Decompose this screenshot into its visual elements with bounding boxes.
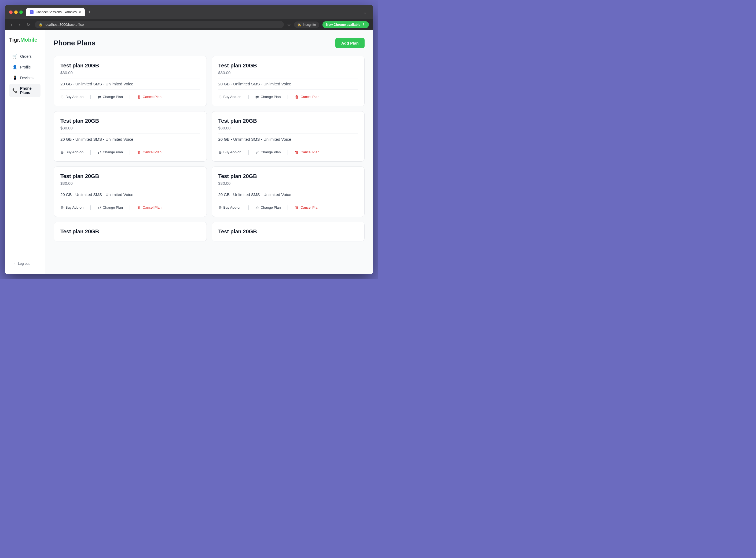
page-title: Phone Plans [54, 39, 96, 47]
logo: Tigr.Mobile [9, 37, 40, 43]
close-window-button[interactable] [9, 10, 12, 14]
plan-actions-4: ⊕ Buy Add-on | ⇄ Change Plan | 🗑 Cancel … [218, 148, 358, 155]
incognito-label: Incognito [303, 23, 316, 27]
tab-title: Connect Sessions Examples [36, 10, 77, 14]
cancel-plan-button-6[interactable]: 🗑 Cancel Plan [295, 205, 319, 210]
change-icon: ⇄ [255, 150, 259, 155]
buy-addon-button-2[interactable]: ⊕ Buy Add-on [218, 95, 241, 99]
plan-price-3: $30.00 [60, 126, 200, 130]
trash-icon: 🗑 [137, 95, 141, 99]
add-circle-icon: ⊕ [60, 205, 64, 210]
orders-label: Orders [20, 54, 32, 58]
cancel-plan-button-4[interactable]: 🗑 Cancel Plan [295, 150, 319, 154]
plan-card-7: Test plan 20GB [54, 222, 207, 242]
devices-label: Devices [20, 76, 33, 80]
logout-section: → Log out [9, 255, 40, 268]
new-chrome-label: New Chrome available [326, 23, 360, 27]
plan-actions-2: ⊕ Buy Add-on | ⇄ Change Plan | 🗑 Cancel … [218, 93, 358, 100]
window-controls: ⌄ [363, 10, 369, 15]
bookmark-button[interactable]: ☆ [287, 22, 291, 27]
tabs-bar: C Connect Sessions Examples × + [26, 8, 93, 16]
plan-card-8: Test plan 20GB [212, 222, 365, 242]
active-tab[interactable]: C Connect Sessions Examples × [26, 8, 85, 16]
sidebar-item-orders[interactable]: 🛒 Orders [9, 52, 40, 61]
change-plan-button-6[interactable]: ⇄ Change Plan [255, 205, 280, 210]
back-button[interactable]: ‹ [9, 21, 14, 28]
sidebar-item-phone-plans[interactable]: 📞 Phone Plans [9, 84, 40, 97]
buy-addon-button-6[interactable]: ⊕ Buy Add-on [218, 205, 241, 210]
cancel-plan-button-3[interactable]: 🗑 Cancel Plan [137, 150, 162, 154]
incognito-indicator: 🕵 Incognito [294, 22, 319, 28]
app-container: Tigr.Mobile 🛒 Orders 👤 Profile 📱 Devices… [5, 30, 373, 274]
nav-bar: ‹ › ↻ 🔒 localhost:3000/backoffice ☆ 🕵 In… [5, 19, 373, 30]
url-text: localhost:3000/backoffice [45, 23, 84, 27]
page-header: Phone Plans Add Plan [54, 38, 364, 48]
trash-icon: 🗑 [137, 150, 141, 154]
plan-price-4: $30.00 [218, 126, 358, 130]
plan-features-2: 20 GB - Unlimited SMS - Unlimited Voice [218, 78, 358, 90]
plan-price-5: $30.00 [60, 181, 200, 185]
minimize-window-button[interactable] [14, 10, 18, 14]
plan-name-8: Test plan 20GB [218, 229, 358, 235]
sidebar-item-devices[interactable]: 📱 Devices [9, 73, 40, 83]
plan-name-4: Test plan 20GB [218, 118, 358, 124]
buy-addon-button-5[interactable]: ⊕ Buy Add-on [60, 205, 83, 210]
change-icon: ⇄ [98, 95, 101, 99]
plan-features-1: 20 GB - Unlimited SMS - Unlimited Voice [60, 78, 200, 90]
new-chrome-button[interactable]: New Chrome available ⋮ [322, 21, 369, 28]
plan-price-6: $30.00 [218, 181, 358, 185]
logo-text: Tigr. [9, 37, 20, 43]
sidebar-item-profile[interactable]: 👤 Profile [9, 62, 40, 72]
logout-button[interactable]: → Log out [9, 259, 33, 268]
incognito-icon: 🕵 [297, 23, 301, 27]
change-plan-button-2[interactable]: ⇄ Change Plan [255, 95, 280, 99]
buy-addon-button-4[interactable]: ⊕ Buy Add-on [218, 150, 241, 155]
address-bar[interactable]: 🔒 localhost:3000/backoffice [35, 21, 284, 28]
new-chrome-menu-icon: ⋮ [362, 23, 365, 27]
buy-addon-button-3[interactable]: ⊕ Buy Add-on [60, 150, 83, 155]
plan-actions-6: ⊕ Buy Add-on | ⇄ Change Plan | 🗑 Cancel … [218, 204, 358, 210]
plan-name-2: Test plan 20GB [218, 62, 358, 69]
plan-features-3: 20 GB - Unlimited SMS - Unlimited Voice [60, 133, 200, 145]
plan-name-3: Test plan 20GB [60, 118, 200, 124]
traffic-lights [9, 10, 23, 14]
plan-price-1: $30.00 [60, 70, 200, 75]
phone-plans-icon: 📞 [12, 88, 18, 93]
plan-price-2: $30.00 [218, 70, 358, 75]
plans-grid: Test plan 20GB $30.00 20 GB - Unlimited … [54, 56, 364, 242]
plan-features-4: 20 GB - Unlimited SMS - Unlimited Voice [218, 133, 358, 145]
change-plan-button-5[interactable]: ⇄ Change Plan [98, 205, 123, 210]
change-plan-button-3[interactable]: ⇄ Change Plan [98, 150, 123, 155]
change-icon: ⇄ [255, 205, 259, 210]
divider: | [129, 94, 131, 100]
add-plan-button[interactable]: Add Plan [335, 38, 364, 48]
refresh-button[interactable]: ↻ [25, 21, 32, 28]
plan-card-3: Test plan 20GB $30.00 20 GB - Unlimited … [54, 111, 207, 162]
plan-name-7: Test plan 20GB [60, 229, 200, 235]
tab-favicon: C [30, 10, 33, 14]
title-bar: C Connect Sessions Examples × + ⌄ [5, 5, 373, 19]
plan-actions-3: ⊕ Buy Add-on | ⇄ Change Plan | 🗑 Cancel … [60, 148, 200, 155]
maximize-window-button[interactable] [19, 10, 23, 14]
change-plan-button-4[interactable]: ⇄ Change Plan [255, 150, 280, 155]
new-tab-button[interactable]: + [86, 8, 93, 16]
plan-card-4: Test plan 20GB $30.00 20 GB - Unlimited … [212, 111, 365, 162]
tab-close-button[interactable]: × [79, 10, 81, 14]
plan-card-2: Test plan 20GB $30.00 20 GB - Unlimited … [212, 56, 365, 106]
cancel-plan-button-2[interactable]: 🗑 Cancel Plan [295, 95, 319, 99]
plan-features-5: 20 GB - Unlimited SMS - Unlimited Voice [60, 189, 200, 200]
add-circle-icon: ⊕ [60, 95, 64, 99]
add-circle-icon: ⊕ [60, 150, 64, 155]
trash-icon: 🗑 [295, 95, 299, 99]
nav-actions: ☆ 🕵 Incognito New Chrome available ⋮ [287, 21, 369, 28]
cancel-plan-button-5[interactable]: 🗑 Cancel Plan [137, 205, 162, 210]
cancel-plan-button-1[interactable]: 🗑 Cancel Plan [137, 95, 162, 99]
forward-button[interactable]: › [17, 21, 22, 28]
trash-icon: 🗑 [295, 150, 299, 154]
add-circle-icon: ⊕ [218, 150, 222, 155]
plan-card-5: Test plan 20GB $30.00 20 GB - Unlimited … [54, 167, 207, 217]
buy-addon-button-1[interactable]: ⊕ Buy Add-on [60, 95, 83, 99]
change-plan-button-1[interactable]: ⇄ Change Plan [98, 95, 123, 99]
nav-items: 🛒 Orders 👤 Profile 📱 Devices 📞 Phone Pla… [9, 52, 40, 255]
logo-mobile: Mobile [20, 37, 37, 43]
